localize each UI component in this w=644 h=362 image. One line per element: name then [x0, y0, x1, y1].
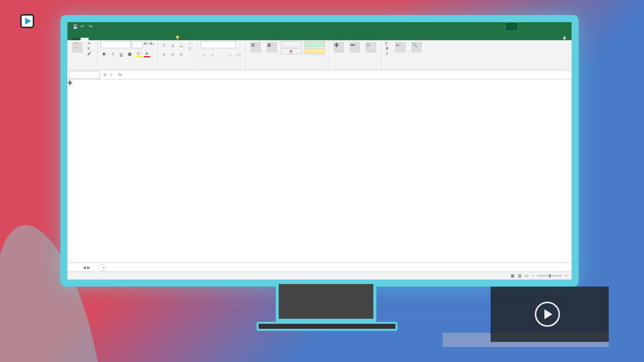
group-cells: ➕ ➖ ▭	[329, 40, 381, 70]
percent-icon[interactable]: %	[209, 51, 216, 58]
share-button[interactable]: ♟	[562, 35, 572, 40]
decrease-font-icon[interactable]: A↓	[149, 41, 154, 48]
autosum-button[interactable]: Σ	[384, 41, 391, 46]
zoom-in-button[interactable]: +	[565, 274, 568, 278]
group-alignment: ⊤≡⊥ ≡≡≡ ↲ ⊞	[158, 40, 198, 70]
align-right-icon[interactable]: ≡	[178, 51, 185, 58]
add-sheet-button[interactable]: +	[99, 264, 106, 271]
delete-cells-button[interactable]: ➖	[348, 41, 362, 54]
comma-icon[interactable]: ,	[218, 51, 225, 58]
view-page-icon[interactable]: ▥	[518, 274, 522, 278]
status-bar: ▦ ▥ ▭ − +	[67, 272, 572, 280]
increase-font-icon[interactable]: A↑	[144, 41, 148, 48]
view-normal-icon[interactable]: ▦	[511, 274, 515, 278]
play-icon	[20, 14, 34, 28]
format-as-table-button[interactable]: ▦	[265, 41, 279, 54]
wrap-text-button[interactable]: ↲	[187, 41, 194, 46]
align-top-icon[interactable]: ⊤	[161, 42, 168, 49]
align-bot-icon[interactable]: ⊥	[178, 42, 185, 49]
align-center-icon[interactable]: ≡	[170, 51, 177, 58]
view-break-icon[interactable]: ▭	[525, 274, 529, 278]
worksheet-grid[interactable]: ✛	[67, 79, 572, 262]
name-box[interactable]	[69, 71, 100, 79]
copy-button[interactable]: ⎘	[87, 46, 94, 51]
merge-center-button[interactable]: ⊞	[187, 46, 194, 51]
align-mid-icon[interactable]: ≡	[170, 42, 177, 49]
monitor-frame: 💾 ↶ ↷	[60, 15, 579, 287]
fx-icon[interactable]: fx	[116, 72, 124, 77]
accept-formula-icon[interactable]: ✓	[109, 72, 113, 77]
play-circle-icon	[535, 302, 560, 327]
format-cells-button[interactable]: ▭	[364, 41, 378, 54]
zoom-out-button[interactable]: −	[532, 274, 534, 278]
ribbon-tabs: ♟	[67, 31, 572, 40]
tell-me-search[interactable]	[175, 36, 180, 40]
style-bad[interactable]: 差	[281, 48, 302, 54]
font-color-button[interactable]: A	[143, 50, 150, 57]
conditional-format-button[interactable]: ▤	[249, 41, 263, 54]
currency-icon[interactable]: $	[201, 51, 208, 58]
italic-button[interactable]: I	[109, 50, 116, 57]
dec-decimal-icon[interactable]: .00	[235, 51, 242, 58]
ribbon-opts-button[interactable]	[519, 22, 532, 31]
excel-window: 💾 ↶ ↷	[67, 22, 572, 280]
font-name-combo[interactable]	[101, 41, 131, 48]
minimize-button[interactable]	[532, 22, 545, 31]
group-styles: ▤ ▦ 差	[246, 40, 329, 70]
formula-input[interactable]	[124, 71, 572, 79]
group-editing: Σ ⬇ ◇ A↓ 🔍	[381, 40, 427, 70]
format-painter-button[interactable]: 🖌	[87, 51, 94, 56]
fill-color-button[interactable]: ◇	[135, 50, 142, 57]
save-icon[interactable]: 💾	[72, 24, 77, 29]
group-clipboard: 📋 ✂ ⎘ 🖌	[67, 40, 98, 70]
login-button[interactable]	[505, 22, 518, 31]
sheet-tab-bar: ◀▶ +	[67, 262, 572, 272]
border-button[interactable]: ▦	[126, 50, 133, 57]
undo-icon[interactable]: ↶	[80, 24, 86, 29]
cut-button[interactable]: ✂	[87, 41, 94, 46]
insert-cells-button[interactable]: ➕	[332, 41, 346, 54]
inc-decimal-icon[interactable]: .0	[226, 51, 233, 58]
style-normal[interactable]	[281, 41, 302, 47]
watermark	[491, 287, 609, 342]
video-logo	[20, 10, 34, 32]
redo-icon[interactable]: ↷	[89, 24, 94, 29]
fill-handle-cursor: ✛	[67, 79, 72, 86]
sheet-nav-prev-icon[interactable]: ◀	[83, 265, 86, 270]
style-neutral[interactable]	[304, 48, 325, 54]
number-format-combo[interactable]	[201, 41, 236, 48]
group-font: A↑ A↓ B I U ▦ ◇ A	[98, 40, 158, 70]
paste-button[interactable]: 📋	[70, 41, 85, 54]
formula-bar: ✕ ✓ fx	[67, 70, 572, 79]
font-size-combo[interactable]	[132, 41, 143, 48]
find-select-button[interactable]: 🔍	[410, 41, 424, 54]
cancel-formula-icon[interactable]: ✕	[103, 72, 107, 77]
align-left-icon[interactable]: ≡	[161, 51, 168, 58]
sheet-nav-next-icon[interactable]: ▶	[87, 265, 91, 270]
clear-button[interactable]: ◇	[384, 51, 391, 56]
quick-access-toolbar[interactable]: 💾 ↶ ↷	[67, 24, 94, 29]
fill-button[interactable]: ⬇	[384, 46, 391, 51]
close-button[interactable]	[558, 22, 572, 31]
group-number: $%,.0.00	[198, 40, 246, 70]
maximize-button[interactable]	[545, 22, 558, 31]
bold-button[interactable]: B	[101, 50, 108, 57]
ribbon: 📋 ✂ ⎘ 🖌 A↑	[67, 40, 572, 70]
underline-button[interactable]: U	[118, 50, 125, 57]
sort-filter-button[interactable]: A↓	[393, 41, 408, 54]
titlebar: 💾 ↶ ↷	[67, 22, 572, 31]
style-good[interactable]	[304, 41, 325, 47]
